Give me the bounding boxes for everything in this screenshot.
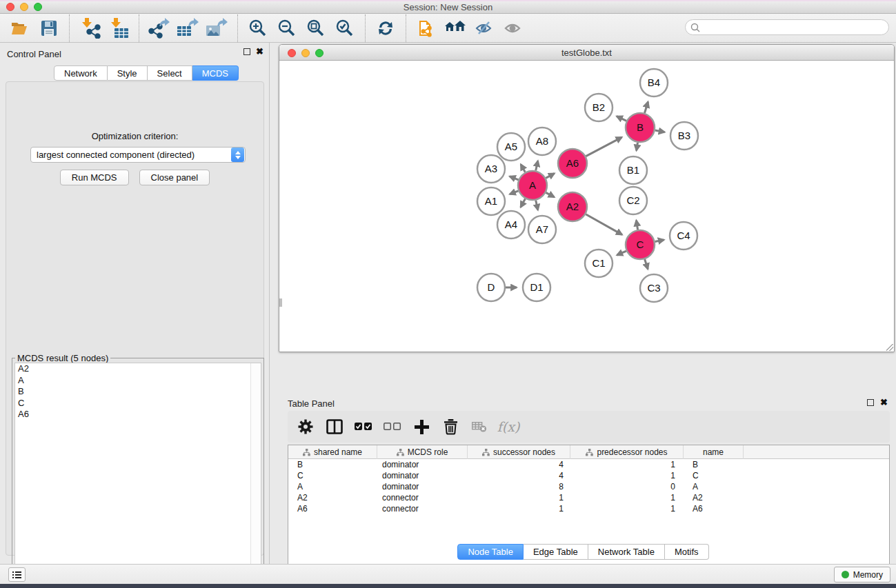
table-cell[interactable]: B	[684, 459, 744, 470]
table-cell[interactable]: connector	[377, 492, 468, 503]
select-all-columns-icon[interactable]	[354, 417, 373, 436]
graph-edge-C-C1[interactable]	[617, 251, 626, 255]
table-cell[interactable]: 4	[468, 459, 570, 470]
criterion-select[interactable]: largest connected component (directed)	[30, 147, 246, 163]
column-header-mcds-role[interactable]: MCDS role	[377, 445, 468, 459]
show-panel-button[interactable]	[8, 567, 26, 582]
search-input[interactable]	[700, 21, 888, 34]
graph-edge-A-A6[interactable]	[546, 173, 554, 178]
table-cell[interactable]: A2	[684, 492, 744, 503]
export-table-icon[interactable]	[174, 16, 203, 41]
graph-edge-A-A4[interactable]	[521, 199, 526, 207]
graph-edge-C-C2[interactable]	[636, 221, 637, 230]
unselect-all-columns-icon[interactable]	[383, 417, 402, 436]
close-panel-icon[interactable]: ✖	[256, 48, 263, 55]
table-settings-icon[interactable]	[296, 417, 315, 436]
search-field[interactable]	[685, 19, 889, 35]
mcds-result-item[interactable]: C	[15, 398, 261, 409]
table-cell[interactable]: 1	[468, 503, 570, 514]
table-cell[interactable]: 1	[570, 470, 684, 481]
zoom-selected-icon[interactable]	[330, 16, 359, 41]
table-row[interactable]: Adominator80A	[288, 481, 889, 492]
new-network-from-file-icon[interactable]	[412, 16, 441, 41]
mcds-result-item[interactable]: A6	[15, 409, 261, 420]
float-panel-icon[interactable]	[243, 48, 250, 55]
table-cell[interactable]: A2	[288, 492, 377, 503]
graph-edge-B-B3[interactable]	[655, 130, 665, 132]
table-cell[interactable]: dominator	[377, 459, 468, 470]
table-cell[interactable]: 1	[570, 492, 684, 503]
table-cell[interactable]: 8	[468, 481, 570, 492]
tab-motifs[interactable]: Motifs	[665, 544, 709, 560]
zoom-out-icon[interactable]	[272, 16, 301, 41]
tab-mcds[interactable]: MCDS	[192, 65, 239, 81]
list-scrollbar[interactable]	[250, 363, 261, 587]
table-cell[interactable]: dominator	[377, 481, 468, 492]
graph-edge-B-B4[interactable]	[644, 102, 648, 113]
tab-node-table[interactable]: Node Table	[457, 544, 524, 560]
mcds-result-item[interactable]: B	[15, 386, 261, 398]
run-mcds-button[interactable]: Run MCDS	[60, 170, 129, 185]
tab-select[interactable]: Select	[148, 65, 192, 81]
zoom-fit-icon[interactable]	[301, 16, 330, 41]
memory-button[interactable]: Memory	[834, 567, 890, 582]
graph-edge-C-C3[interactable]	[645, 259, 648, 269]
float-table-panel-icon[interactable]	[867, 399, 874, 406]
table-row[interactable]: Cdominator41C	[288, 470, 889, 481]
table-cell[interactable]: C	[288, 470, 377, 481]
column-header-successor-nodes[interactable]: successor nodes	[468, 445, 570, 459]
table-row[interactable]: A2connector11A2	[288, 492, 889, 503]
tab-edge-table[interactable]: Edge Table	[524, 544, 588, 560]
open-session-icon[interactable]	[6, 16, 34, 41]
graph-edge-A-A1[interactable]	[510, 191, 518, 194]
import-table-icon[interactable]	[104, 16, 133, 41]
show-column-icon[interactable]	[325, 417, 344, 436]
table-cell[interactable]: 0	[570, 481, 684, 492]
graph-edge-A-A3[interactable]	[510, 176, 519, 180]
column-header-shared-name[interactable]: shared name	[288, 445, 377, 459]
table-cell[interactable]: B	[288, 459, 377, 470]
tab-network-table[interactable]: Network Table	[588, 544, 665, 560]
column-header-predecessor-nodes[interactable]: predecessor nodes	[570, 445, 684, 459]
graph-edge-C-C4[interactable]	[655, 240, 664, 242]
export-image-icon[interactable]	[203, 16, 232, 41]
close-table-panel-icon[interactable]: ✖	[880, 399, 888, 406]
table-cell[interactable]: 1	[468, 492, 570, 503]
table-row[interactable]: A6connector11A6	[288, 503, 889, 514]
table-cell[interactable]: 1	[570, 459, 684, 470]
hide-selected-eye-icon[interactable]	[470, 16, 499, 41]
table-cell[interactable]: dominator	[377, 470, 468, 481]
tab-network[interactable]: Network	[54, 65, 108, 81]
import-network-icon[interactable]	[75, 16, 104, 41]
export-network-icon[interactable]	[145, 16, 174, 41]
table-cell[interactable]: 1	[570, 503, 684, 514]
table-cell[interactable]: 4	[468, 470, 570, 481]
graph-edge-A-A7[interactable]	[536, 200, 538, 210]
graph-edge-B-B2[interactable]	[617, 116, 626, 121]
tab-style[interactable]: Style	[108, 65, 148, 81]
zoom-in-icon[interactable]	[243, 16, 272, 41]
close-panel-button[interactable]: Close panel	[139, 170, 210, 185]
graph-edge-B-B1[interactable]	[637, 143, 638, 151]
table-cell[interactable]: A6	[288, 503, 377, 514]
network-canvas[interactable]: B4B2BB3A5A8A6A3B1AA1C2A2A4A7C4CC1DD1C3	[279, 61, 894, 352]
home-icon[interactable]	[441, 16, 470, 41]
mcds-result-list[interactable]: A2ABCA6	[14, 363, 261, 588]
mcds-result-item[interactable]: A2	[15, 363, 261, 375]
table-row[interactable]: Bdominator41B	[288, 459, 889, 470]
table-cell[interactable]: A	[684, 481, 744, 492]
create-column-icon[interactable]	[412, 417, 431, 436]
resize-grip-icon[interactable]	[886, 344, 893, 351]
network-window-titlebar[interactable]: testGlobe.txt	[279, 45, 894, 61]
table-cell[interactable]: C	[684, 470, 744, 481]
save-session-icon[interactable]	[34, 16, 63, 41]
table-cell[interactable]: A	[288, 481, 377, 492]
mcds-result-item[interactable]: A	[15, 375, 261, 387]
graph-edge-A-A8[interactable]	[536, 161, 538, 170]
table-cell[interactable]: connector	[377, 503, 468, 514]
graph-edge-A-A5[interactable]	[521, 164, 525, 172]
show-all-eye-icon[interactable]	[499, 16, 528, 41]
delete-columns-icon[interactable]	[441, 417, 460, 436]
graph-edge-A6-B[interactable]	[586, 137, 621, 156]
refresh-icon[interactable]	[371, 16, 400, 41]
